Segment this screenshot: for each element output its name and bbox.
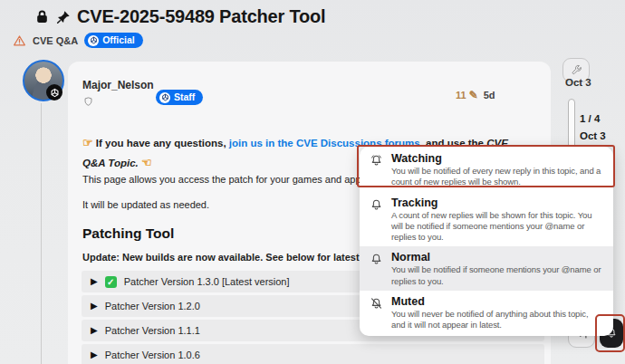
menu-item-muted[interactable]: Muted You will never be notified of anyt… (360, 291, 613, 335)
topic-header: CVE-2025-59489 Patcher Tool (34, 6, 325, 27)
version-label: Patcher Version 1.3.0 [Latest version] (124, 276, 290, 287)
collapse-triangle-icon: ▶ (91, 277, 98, 286)
staff-badge-label: Staff (174, 91, 195, 103)
menu-item-title: Tracking (391, 196, 602, 210)
menu-item-tracking[interactable]: Tracking A count of new replies will be … (360, 192, 613, 247)
unity-logo-icon (88, 35, 99, 46)
intro-text: If you have any questions, (96, 138, 229, 148)
bell-ring-icon (370, 152, 383, 188)
menu-item-description: You will never be notified of anything a… (391, 309, 602, 331)
timeline-start-date: Oct 3 (565, 77, 591, 88)
menu-item-watching[interactable]: Watching You will be notified of every n… (360, 148, 613, 192)
menu-item-description: You will be notified if someone mentions… (391, 264, 602, 287)
pinned-icon (56, 10, 71, 24)
shield-icon (83, 96, 93, 107)
post-author[interactable]: Major_Nelson (82, 79, 154, 91)
bell-icon (370, 196, 383, 244)
menu-item-description: You will be notified of every new reply … (391, 166, 602, 188)
menu-item-title: Normal (391, 251, 602, 264)
avatar-flair-unity-icon (46, 84, 62, 101)
menu-item-description: A count of new replies will be shown for… (391, 210, 602, 244)
timeline-current-date: Oct 3 (580, 130, 606, 141)
menu-item-title: Muted (391, 295, 602, 309)
timeline-scrubber[interactable] (568, 99, 575, 151)
check-icon: ✓ (105, 276, 117, 288)
version-row-1-0-6[interactable]: ▶ Patcher Version 1.0.6 (82, 344, 544, 364)
topic-page: CVE-2025-59489 Patcher Tool CVE Q&A Offi… (0, 0, 625, 364)
post-stream-line (41, 103, 42, 364)
staff-badge[interactable]: Staff (156, 90, 203, 105)
official-badge[interactable]: Official (84, 33, 143, 48)
collapse-triangle-icon: ▶ (91, 350, 98, 359)
point-left-icon: ☜ (141, 156, 152, 169)
patching-tool-heading: Patching Tool (82, 225, 174, 242)
version-label: Patcher Version 1.1.1 (105, 325, 200, 336)
post-paragraph-3: It will be updated as needed. (82, 199, 209, 210)
collapse-triangle-icon: ▶ (91, 302, 98, 311)
lock-icon (34, 9, 50, 24)
unity-logo-icon (159, 92, 170, 103)
menu-item-title: Watching (391, 152, 602, 166)
pencil-icon: ✎ (469, 89, 478, 101)
bell-slash-icon (370, 295, 383, 331)
menu-item-normal[interactable]: Normal You will be notified if someone m… (360, 246, 613, 291)
point-right-icon: ☞ (82, 136, 93, 149)
version-label: Patcher Version 1.0.6 (105, 350, 200, 360)
bell-icon (370, 251, 383, 287)
version-label: Patcher Version 1.2.0 (105, 301, 200, 311)
post-age[interactable]: 5d (484, 90, 495, 101)
topic-title: CVE-2025-59489 Patcher Tool (77, 6, 325, 27)
collapse-triangle-icon: ▶ (91, 326, 98, 335)
notification-level-menu: Watching You will be notified of every n… (360, 147, 613, 336)
category-link[interactable]: CVE Q&A (33, 35, 78, 46)
edit-count-value: 11 (456, 90, 466, 101)
post-paragraph-2: This page allows you access the patch fo… (82, 174, 366, 185)
timeline-position: 1 / 4 (580, 113, 600, 124)
warning-triangle-icon (13, 34, 26, 47)
edit-count[interactable]: 11 ✎ (456, 89, 478, 101)
post-meta: 11 ✎ 5d (456, 89, 495, 101)
category-row: CVE Q&A Official (13, 33, 143, 48)
official-badge-label: Official (102, 34, 135, 46)
